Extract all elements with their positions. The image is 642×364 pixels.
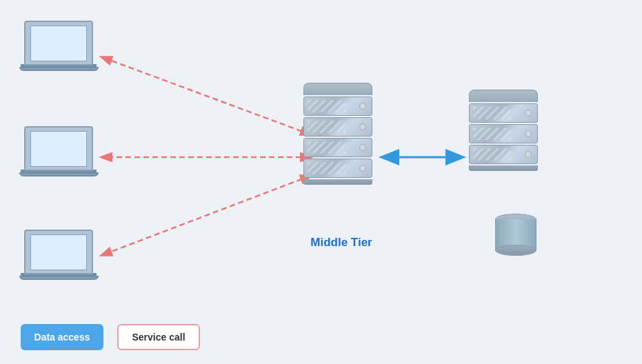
laptop-screen-top-1 bbox=[24, 21, 93, 65]
server-dot-3 bbox=[359, 144, 366, 151]
laptop-screen-1 bbox=[30, 26, 87, 61]
remote-server-dot-3 bbox=[525, 151, 532, 158]
laptop-screen-2 bbox=[30, 131, 87, 167]
laptop-screen-top-3 bbox=[24, 230, 93, 274]
server-bottom-cap bbox=[303, 179, 372, 185]
remote-server-bottom-cap bbox=[469, 165, 538, 171]
svg-line-0 bbox=[102, 57, 310, 134]
remote-server-dot-1 bbox=[525, 110, 532, 117]
laptop-screen-3 bbox=[30, 234, 87, 270]
remote-server-unit-1 bbox=[469, 103, 538, 123]
server-dot-4 bbox=[359, 165, 366, 172]
legend-service-call: Service call bbox=[117, 324, 200, 350]
laptop-screen-top-2 bbox=[24, 126, 93, 171]
diagram-container: Middle Tier Data access Servi bbox=[0, 0, 642, 364]
remote-server-unit-3 bbox=[469, 145, 538, 164]
remote-server-dot-2 bbox=[525, 130, 532, 137]
laptop-2 bbox=[21, 126, 97, 176]
remote-server-unit-2 bbox=[469, 124, 538, 143]
laptop-base-1 bbox=[19, 67, 99, 71]
database-icon bbox=[495, 214, 536, 256]
server-dot-1 bbox=[359, 103, 366, 110]
db-cylinder bbox=[495, 214, 536, 256]
laptop-3 bbox=[21, 230, 97, 280]
db-bottom bbox=[495, 245, 536, 256]
legend-data-access: Data access bbox=[21, 324, 103, 350]
server-unit-1 bbox=[303, 97, 372, 116]
main-server bbox=[303, 83, 372, 185]
laptop-base-2 bbox=[19, 172, 99, 176]
server-unit-2 bbox=[303, 117, 372, 136]
server-top-cap bbox=[303, 83, 372, 95]
laptop-base-3 bbox=[19, 276, 99, 280]
data-access-box: Data access bbox=[21, 324, 103, 350]
server-dot-2 bbox=[359, 123, 366, 130]
remote-server-top-cap bbox=[469, 90, 538, 102]
laptop-1 bbox=[21, 21, 97, 71]
legend: Data access Service call bbox=[21, 324, 200, 350]
data-access-label: Data access bbox=[34, 332, 90, 343]
server-unit-3 bbox=[303, 138, 372, 157]
service-call-box: Service call bbox=[117, 324, 200, 350]
remote-server bbox=[469, 90, 538, 171]
middle-tier-label: Middle Tier bbox=[303, 236, 379, 250]
service-call-label: Service call bbox=[132, 332, 185, 343]
svg-line-2 bbox=[102, 176, 310, 255]
server-unit-4 bbox=[303, 159, 372, 178]
